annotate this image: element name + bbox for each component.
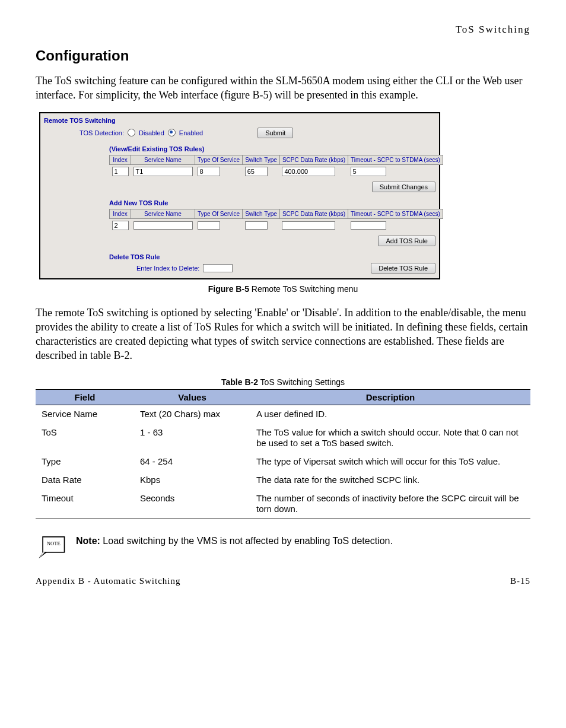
footer-left: Appendix B - Automatic Switching [36,576,180,586]
table-caption: Table B-2 ToS Switching Settings [36,377,530,387]
cell-field: Data Rate [36,471,134,489]
cell-desc: The type of Vipersat switch which will o… [250,453,530,471]
add-tos[interactable] [198,221,220,230]
col-rate: SCPC Data Rate (kbps) [279,209,348,218]
add-timeout[interactable] [351,221,386,230]
panel-legend: Remote TOS Switching [44,117,435,124]
note-block: NOTE Note: Load switching by the VMS is … [36,536,530,559]
page-footer: Appendix B - Automatic Switching B-15 [36,576,530,586]
tos-detection-row: TOS Detection: Disabled Enabled Submit [80,128,435,138]
svg-text:NOTE: NOTE [47,541,61,546]
cell-desc: The ToS value for which a switch should … [250,424,530,453]
th-values: Values [134,389,250,405]
paragraph-2: The remote ToS switching is optioned by … [36,306,530,363]
existing-index[interactable]: 1 [112,167,129,176]
cell-values: Text (20 Chars) max [134,405,250,423]
note-icon: NOTE [36,536,66,559]
delete-rule-title: Delete TOS Rule [109,253,435,260]
th-field: Field [36,389,134,405]
note-text: Note: Load switching by the VMS is not a… [76,536,393,546]
col-service: Service Name [131,155,195,164]
cell-values: Seconds [134,489,250,519]
delete-index-input[interactable] [203,264,233,272]
screenshot-panel: Remote TOS Switching TOS Detection: Disa… [39,112,440,279]
table-row: Service Name Text (20 Chars) max A user … [36,405,530,423]
existing-tos[interactable]: 8 [198,167,220,176]
running-header: ToS Switching [36,24,530,36]
radio-enabled-label: Enabled [179,129,203,136]
cell-values: 64 - 254 [134,453,250,471]
add-index[interactable]: 2 [112,221,129,230]
table-row: Data Rate Kbps The data rate for the swi… [36,471,530,489]
existing-rate[interactable]: 400.000 [282,167,335,176]
add-rule-table: Index Service Name Type Of Service Switc… [109,209,443,232]
col-timeout: Timeout - SCPC to STDMA (secs) [348,209,443,218]
note-bold: Note: [76,536,100,546]
cell-field: Type [36,453,134,471]
col-timeout: Timeout - SCPC to STDMA (secs) [348,155,443,164]
cell-field: ToS [36,424,134,453]
add-rule-title: Add New TOS Rule [109,199,435,206]
add-rate[interactable] [282,221,335,230]
col-index: Index [110,155,131,164]
table-row: 2 [110,218,443,232]
cell-values: 1 - 63 [134,424,250,453]
cell-field: Service Name [36,405,134,423]
cell-values: Kbps [134,471,250,489]
view-edit-title: (View/Edit Existing TOS Rules) [109,145,435,152]
figure-caption-bold: Figure B-5 [208,284,249,294]
footer-right: B-15 [510,576,530,586]
col-service: Service Name [131,209,195,218]
table-caption-bold: Table B-2 [221,377,258,387]
figure-caption-text: Remote ToS Switching menu [249,284,358,294]
radio-disabled[interactable] [128,129,135,136]
existing-switch[interactable]: 65 [245,167,268,176]
radio-enabled[interactable] [168,129,176,136]
add-tos-rule-button[interactable]: Add TOS Rule [378,236,435,246]
table-caption-text: ToS Switching Settings [258,377,345,387]
tos-detection-label: TOS Detection: [80,129,124,136]
col-rate: SCPC Data Rate (kbps) [279,155,348,164]
add-service[interactable] [133,221,193,230]
figure-caption: Figure B-5 Remote ToS Switching menu [36,284,530,294]
existing-rules-table: Index Service Name Type Of Service Switc… [109,155,443,178]
col-tos: Type Of Service [195,155,243,164]
col-index: Index [110,209,131,218]
delete-tos-rule-button[interactable]: Delete TOS Rule [371,263,435,274]
add-switch[interactable] [245,221,268,230]
cell-desc: The data rate for the switched SCPC link… [250,471,530,489]
radio-disabled-label: Disabled [139,129,164,136]
table-row: Type 64 - 254 The type of Vipersat switc… [36,453,530,471]
th-description: Description [250,389,530,405]
figure-b5: Remote TOS Switching TOS Detection: Disa… [36,112,530,294]
table-row: ToS 1 - 63 The ToS value for which a swi… [36,424,530,453]
section-heading: Configuration [36,47,530,64]
cell-desc: The number of seconds of inactivity befo… [250,489,530,519]
col-tos: Type Of Service [195,209,243,218]
table-row: 1 T1 8 65 400.000 5 [110,164,443,178]
table-row: Timeout Seconds The number of seconds of… [36,489,530,519]
col-switch: Switch Type [243,155,280,164]
note-rest: Load switching by the VMS is not affecte… [100,536,393,546]
existing-timeout[interactable]: 5 [351,167,386,176]
settings-table: Field Values Description Service Name Te… [36,389,530,519]
submit-button[interactable]: Submit [257,128,293,138]
cell-desc: A user defined ID. [250,405,530,423]
paragraph-1: The ToS switching feature can be configu… [36,74,530,103]
delete-label: Enter Index to Delete: [136,265,199,272]
existing-service[interactable]: T1 [133,167,193,176]
cell-field: Timeout [36,489,134,519]
submit-changes-button[interactable]: Submit Changes [372,182,435,192]
col-switch: Switch Type [243,209,280,218]
